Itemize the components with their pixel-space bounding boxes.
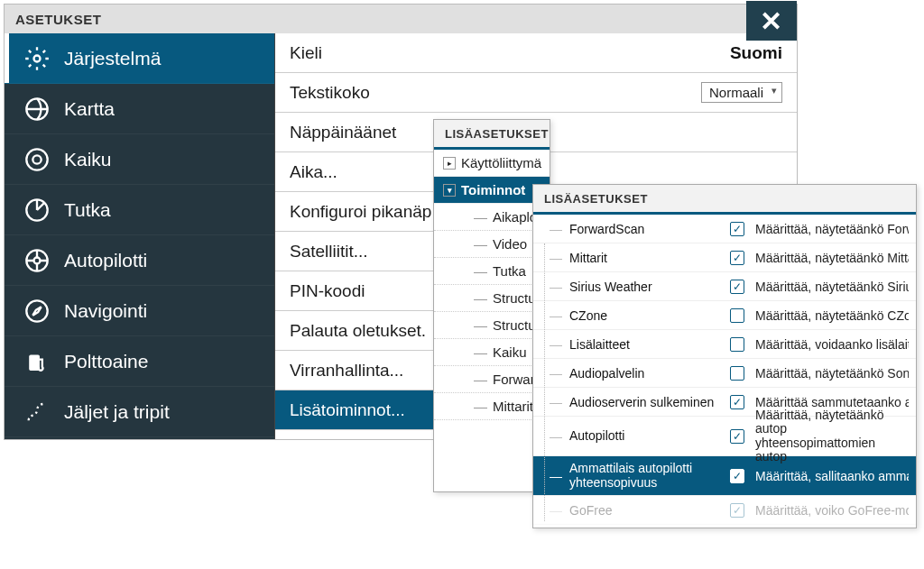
- sidebar-item-label: Kaiku: [64, 149, 112, 170]
- globe-icon: [23, 95, 51, 124]
- sidebar-item-system[interactable]: Järjestelmä: [5, 33, 274, 84]
- route-icon: [23, 398, 51, 427]
- sidebar-item-navigation[interactable]: Navigointi: [5, 286, 274, 336]
- sidebar-item-autopilot[interactable]: Autopilotti: [5, 235, 274, 286]
- sidebar-item-label: Jäljet ja tripit: [64, 401, 170, 423]
- textsize-select[interactable]: Normaali: [701, 82, 782, 103]
- setting-row-textsize[interactable]: Tekstikoko Normaali: [275, 73, 797, 113]
- radar-icon: [23, 196, 51, 225]
- checkbox[interactable]: ✓: [730, 251, 744, 265]
- popup2-title: LISÄASETUKSET: [544, 192, 648, 206]
- setting-label: PIN-koodi: [290, 281, 365, 301]
- tree-label: Toiminnot: [461, 182, 525, 197]
- sidebar: Järjestelmä Kartta Kaiku Tutka Autopilot…: [5, 33, 275, 439]
- close-icon: ✕: [760, 5, 783, 37]
- svg-point-2: [26, 149, 47, 170]
- collapse-icon: ▾: [443, 184, 456, 197]
- svg-point-0: [34, 55, 41, 61]
- adv-row-autopilot[interactable]: —Autopilotti ✓ Määrittää, näytetäänkö au…: [533, 417, 916, 456]
- svg-marker-8: [32, 307, 41, 315]
- svg-point-3: [32, 155, 41, 163]
- fuel-icon: [23, 347, 51, 376]
- sidebar-item-echo[interactable]: Kaiku: [5, 134, 274, 185]
- setting-label: Aika...: [290, 162, 337, 182]
- checkbox[interactable]: ✓: [730, 503, 744, 518]
- checkbox[interactable]: [730, 308, 744, 323]
- checkbox[interactable]: ✓: [730, 469, 744, 483]
- sidebar-item-label: Polttoaine: [64, 351, 148, 372]
- sidebar-item-label: Navigointi: [64, 300, 147, 322]
- adv-row-gofree[interactable]: —GoFree ✓ Määrittää, voiko GoFree-mo: [533, 496, 916, 525]
- checkbox[interactable]: ✓: [730, 222, 744, 236]
- popup1-title: LISÄASETUKSET: [445, 127, 549, 141]
- tree-root-ui[interactable]: ▸ Käyttöliittymä: [434, 150, 550, 177]
- setting-label: Kieli: [290, 43, 322, 63]
- adv-row-czone[interactable]: —CZone Määrittää, näytetäänkö CZone: [533, 301, 916, 330]
- setting-value: Suomi: [730, 43, 782, 63]
- popup2-list: —ForwardScan ✓ Määrittää, näytetäänkö Fo…: [533, 215, 916, 525]
- setting-label: Lisätoiminnot...: [290, 400, 405, 420]
- wheel-icon: [23, 246, 51, 275]
- sidebar-item-label: Kartta: [64, 98, 115, 120]
- checkbox[interactable]: ✓: [730, 395, 744, 409]
- fish-icon: [23, 145, 51, 174]
- popup2-header: LISÄASETUKSET: [533, 185, 916, 212]
- setting-label: Palauta oletukset.: [290, 321, 426, 341]
- checkbox[interactable]: [730, 366, 744, 381]
- svg-point-7: [26, 300, 47, 321]
- setting-row-language[interactable]: Kieli Suomi: [275, 33, 797, 73]
- sidebar-item-label: Tutka: [64, 199, 111, 221]
- settings-title: ASETUKSET: [15, 12, 101, 27]
- advanced-popup-2: LISÄASETUKSET —ForwardScan ✓ Määrittää, …: [532, 184, 917, 528]
- adv-row-audioserver[interactable]: —Audiopalvelin Määrittää, näytetäänkö So…: [533, 359, 916, 388]
- tree-label: Käyttöliittymä: [461, 155, 541, 170]
- setting-label: Konfiguroi pikanäp: [290, 202, 431, 222]
- checkbox[interactable]: ✓: [730, 280, 744, 294]
- adv-row-forwardscan[interactable]: —ForwardScan ✓ Määrittää, näytetäänkö Fo…: [533, 215, 916, 243]
- sidebar-item-tracks[interactable]: Jäljet ja tripit: [5, 387, 274, 437]
- expand-icon: ▸: [443, 157, 456, 170]
- adv-row-sirius[interactable]: —Sirius Weather ✓ Määrittää, näytetäänkö…: [533, 272, 916, 301]
- sidebar-item-radar[interactable]: Tutka: [5, 185, 274, 235]
- setting-label: Satelliitit...: [290, 242, 368, 262]
- sidebar-item-chart[interactable]: Kartta: [5, 84, 274, 134]
- gear-icon: [23, 44, 51, 73]
- setting-label: Virranhallinta...: [290, 361, 403, 381]
- sidebar-item-label: Autopilotti: [64, 250, 147, 271]
- setting-label: Tekstikoko: [290, 83, 370, 103]
- close-button[interactable]: ✕: [746, 1, 797, 41]
- checkbox[interactable]: ✓: [730, 429, 744, 444]
- settings-header: ASETUKSET ✕: [5, 5, 797, 33]
- setting-label: Näppäinäänet: [290, 123, 396, 142]
- sidebar-item-fuel[interactable]: Polttoaine: [5, 336, 274, 387]
- sidebar-item-label: Järjestelmä: [64, 48, 161, 69]
- svg-point-6: [34, 257, 41, 263]
- compass-icon: [23, 297, 51, 326]
- adv-row-accessories[interactable]: —Lisälaitteet Määrittää, voidaanko lisäl…: [533, 330, 916, 359]
- checkbox[interactable]: [730, 337, 744, 352]
- adv-row-instruments[interactable]: —Mittarit ✓ Määrittää, näytetäänkö Mitta: [533, 243, 916, 272]
- popup1-header: LISÄASETUKSET: [434, 120, 550, 147]
